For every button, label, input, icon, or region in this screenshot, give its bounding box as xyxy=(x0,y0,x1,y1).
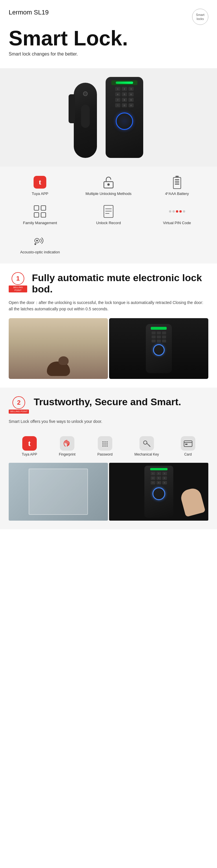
feature-label-battery: 4*AAA Battery xyxy=(165,191,189,196)
bottom-photo-door xyxy=(9,463,108,521)
svg-point-1 xyxy=(107,183,110,186)
key-icon xyxy=(142,439,151,448)
method-label-card: Card xyxy=(184,453,192,457)
method-key: Mechanical Key xyxy=(134,436,159,457)
hero-section: Lermom SL19 Smart locks Smart Lock. Smar… xyxy=(0,0,217,68)
selling-number-1: 1 xyxy=(11,272,24,285)
method-icon-password xyxy=(98,436,112,451)
lpk-6 xyxy=(162,336,166,338)
svg-rect-5 xyxy=(175,181,179,183)
battery-icon xyxy=(173,175,182,189)
pin-icon-wrapper xyxy=(170,205,184,218)
features-section: t Tuya APP Multiple Unlocking Methods xyxy=(0,166,217,264)
selling-section-2: 2 SELLING POINT Trustworthy, Secure and … xyxy=(0,388,217,529)
tuya-t-method: t xyxy=(28,439,31,448)
hand-shape xyxy=(179,487,206,517)
svg-rect-8 xyxy=(41,206,46,210)
hero-title: Smart Lock. xyxy=(9,28,208,49)
feature-unlock: Multiple Unlocking Methods xyxy=(74,175,143,196)
key-5: 5 xyxy=(122,92,127,96)
tuya-icon: t xyxy=(34,176,46,189)
selling-title-2: Trustworthy, Secure and Smart. xyxy=(34,396,181,407)
features-grid: t Tuya APP Multiple Unlocking Methods xyxy=(6,175,211,255)
dlk-1: 1 xyxy=(151,472,155,475)
tuya-letter: t xyxy=(39,178,41,187)
keypad-grid: 1 2 3 4 5 6 7 8 9 * 0 # xyxy=(115,87,134,107)
svg-point-19 xyxy=(104,441,105,442)
svg-rect-33 xyxy=(185,444,187,445)
family-icon xyxy=(34,205,46,218)
svg-point-21 xyxy=(102,443,103,444)
selling-description-1: Open the door：after the unlocking is suc… xyxy=(9,299,208,312)
lpk-3 xyxy=(162,332,166,334)
svg-point-25 xyxy=(104,445,105,446)
door-lock-dark: 1 2 3 4 5 6 7 8 9 xyxy=(144,466,173,518)
dlk-3: 3 xyxy=(162,472,167,475)
svg-rect-4 xyxy=(175,179,179,181)
key-hash: # xyxy=(128,103,134,107)
svg-rect-10 xyxy=(41,213,46,217)
pin-dot-4 xyxy=(179,210,182,213)
lpk-9 xyxy=(162,340,166,342)
svg-point-24 xyxy=(102,445,103,446)
key-0: 0 xyxy=(122,103,127,107)
lpk-7 xyxy=(152,340,156,342)
feature-label-family: Family Management xyxy=(23,221,57,226)
method-icon-fingerprint xyxy=(60,436,74,451)
lock-photo-green-1 xyxy=(151,327,167,330)
bottom-photo-grid: 1 2 3 4 5 6 7 8 9 xyxy=(9,463,208,521)
lock-right: 1 2 3 4 5 6 7 8 9 * 0 # xyxy=(105,77,143,158)
sound-icon-wrapper xyxy=(33,234,47,248)
door-lock-green2 xyxy=(150,468,167,470)
svg-point-16 xyxy=(36,240,38,242)
hero-subtitle: Smart lock changes for the better. xyxy=(9,52,208,57)
selling-header-2: 2 SELLING POINT Trustworthy, Secure and … xyxy=(9,396,208,413)
product-images: 1 2 3 4 5 6 7 8 9 * 0 # xyxy=(0,68,217,166)
key-9: 9 xyxy=(128,98,134,102)
key-4: 4 xyxy=(115,92,120,96)
dlk-7: 7 xyxy=(151,481,155,485)
pin-dots xyxy=(169,210,185,213)
feature-label-sound: Acousto-optic indication xyxy=(20,250,60,255)
brand-name: Lermom SL19 xyxy=(9,9,49,16)
feature-pin: Virtual PIN Code xyxy=(143,205,211,226)
battery-icon-wrapper xyxy=(170,175,184,189)
selling-number-2: 2 xyxy=(12,396,25,409)
method-tuya: t Tuya APP xyxy=(22,436,37,457)
feature-label-pin: Virtual PIN Code xyxy=(163,221,191,226)
lock-photo-device-1 xyxy=(146,324,172,373)
selling-section-1: 1 SELLING POINT Fully automatic mute ele… xyxy=(0,264,217,388)
svg-point-23 xyxy=(106,443,107,444)
method-label-password: Password xyxy=(97,453,113,457)
smart-locks-badge: Smart locks xyxy=(192,9,208,25)
method-icon-key xyxy=(140,436,154,451)
key-7: 7 xyxy=(115,98,120,102)
record-icon xyxy=(103,205,114,218)
door-lock-ring2 xyxy=(153,487,165,500)
lock-green-strip xyxy=(116,82,133,84)
svg-point-27 xyxy=(144,441,147,444)
door-lock-keys2: 1 2 3 4 5 6 7 8 9 xyxy=(151,472,167,485)
svg-rect-6 xyxy=(175,184,179,185)
dog-head xyxy=(58,356,69,365)
feature-battery: 4*AAA Battery xyxy=(143,175,211,196)
lpk-8 xyxy=(157,340,161,342)
selling-description-2: Smart Lock offers you five ways to unloc… xyxy=(9,418,208,425)
selling-tag-1: SELLING POINT xyxy=(9,285,27,293)
door-scene xyxy=(9,463,108,521)
lpk-2 xyxy=(157,332,161,334)
lpk-1 xyxy=(152,332,156,334)
svg-rect-3 xyxy=(175,176,179,178)
svg-point-18 xyxy=(102,441,103,442)
method-label-fingerprint: Fingerprint xyxy=(59,453,75,457)
dlk-4: 4 xyxy=(151,476,155,480)
svg-point-26 xyxy=(106,445,107,446)
unlocking-methods: t Tuya APP Fingerprint xyxy=(9,430,208,463)
unlock-icon xyxy=(103,175,114,189)
selling-header-1: 1 SELLING POINT Fully automatic mute ele… xyxy=(9,272,208,295)
method-icon-card xyxy=(181,436,195,451)
bottom-photo-lock: 1 2 3 4 5 6 7 8 9 xyxy=(109,463,208,521)
password-icon xyxy=(101,439,110,448)
feature-record: Unlock Record xyxy=(74,205,143,226)
svg-point-20 xyxy=(106,441,107,442)
